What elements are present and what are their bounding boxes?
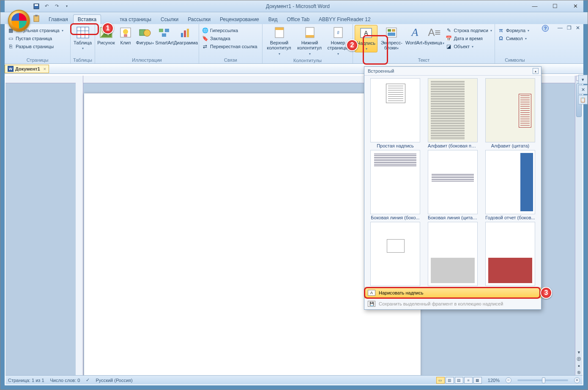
gallery-item[interactable]	[368, 222, 423, 287]
zoom-in-button[interactable]: +	[574, 377, 580, 383]
scroll-up-mini-icon[interactable]: ▴	[533, 68, 539, 74]
callout-1-frame	[70, 23, 99, 35]
callout-2-frame	[363, 35, 388, 65]
status-language[interactable]: Русский (Россия)	[96, 378, 132, 383]
gallery-item[interactable]	[483, 222, 538, 287]
prev-page-icon[interactable]: ⦿	[575, 356, 583, 363]
gallery-item[interactable]: Боковая линия (боко...	[368, 150, 423, 220]
zoom-level[interactable]: 120%	[488, 378, 500, 383]
svg-rect-3	[35, 15, 38, 16]
tab-review[interactable]: Рецензирование	[216, 15, 263, 24]
browse-object-icon[interactable]: ●	[575, 363, 583, 369]
view-outline[interactable]: ≡	[464, 377, 473, 384]
side-toolbox: ▾ ✕ 📋	[578, 74, 588, 104]
textbox-gallery: Встроенный ▴ Простая надпись Алфавит (бо…	[364, 66, 542, 310]
save-small-icon: 💾	[368, 301, 375, 307]
callout-3-badge: 3	[540, 287, 552, 299]
callout-1-badge: 1	[102, 22, 114, 34]
mdi-restore[interactable]: ❐	[567, 25, 572, 31]
ribbon-tabs: Главная Вставка тка страницы Ссылки Расс…	[0, 12, 588, 24]
gallery-header: Встроенный ▴	[364, 67, 541, 76]
callout-3-frame	[364, 287, 541, 299]
toolbox-close-icon[interactable]: ✕	[578, 85, 588, 94]
tab-home[interactable]: Главная	[44, 15, 72, 24]
help-icon[interactable]: ?	[542, 25, 549, 32]
zoom-out-button[interactable]: −	[506, 377, 511, 383]
view-reading[interactable]: ▥	[446, 377, 454, 384]
view-web[interactable]: ▤	[455, 377, 463, 384]
vertical-scrollbar[interactable]: ▲ ▼ ⦿ ● ⦿	[575, 76, 583, 376]
gallery-item[interactable]	[425, 222, 480, 287]
clipboard-icon	[33, 15, 40, 22]
tab-office-tab[interactable]: Office Tab	[283, 15, 314, 24]
office-orb-button[interactable]	[8, 10, 30, 32]
spellcheck-icon[interactable]: ✓	[86, 377, 90, 383]
ruler-vertical	[76, 76, 83, 376]
save-selection-menuitem: 💾 Сохранить выделенный фрагмент в коллек…	[364, 298, 541, 309]
gallery-item[interactable]: Боковая линия (цитата)	[425, 150, 480, 220]
tab-view[interactable]: Вид	[264, 15, 282, 24]
toolbox-clipboard-icon[interactable]: 📋	[578, 95, 588, 104]
callout-2-badge: 2	[346, 39, 358, 51]
gallery-item[interactable]: Годовой отчет (боков...	[483, 150, 538, 220]
tab-mailings[interactable]: Рассылки	[183, 15, 215, 24]
status-page[interactable]: Страница: 1 из 1	[8, 378, 44, 383]
gallery-item[interactable]: Алфавит (цитата)	[483, 78, 538, 148]
status-words[interactable]: Число слов: 0	[50, 378, 80, 383]
status-bar: Страница: 1 из 1 Число слов: 0 ✓ Русский…	[5, 375, 583, 385]
scroll-down-icon[interactable]: ▼	[575, 349, 583, 356]
mdi-minimize[interactable]: —	[558, 25, 563, 31]
gallery-item[interactable]: Простая надпись	[368, 78, 423, 148]
gallery-item[interactable]: Алфавит (боковая по...	[425, 78, 480, 148]
view-buttons: ▭ ▥ ▤ ≡ ▦	[436, 377, 482, 384]
mdi-close[interactable]: ✕	[576, 25, 580, 31]
tab-insert[interactable]: Вставка	[73, 14, 101, 24]
tab-abbyy[interactable]: ABBYY FineReader 12	[315, 15, 375, 24]
view-draft[interactable]: ▦	[473, 377, 482, 384]
zoom-slider[interactable]	[517, 379, 568, 381]
tab-references[interactable]: Ссылки	[156, 15, 183, 24]
svg-rect-2	[34, 16, 39, 22]
toolbox-dropdown-icon[interactable]: ▾	[578, 75, 588, 84]
view-print-layout[interactable]: ▭	[436, 377, 445, 384]
